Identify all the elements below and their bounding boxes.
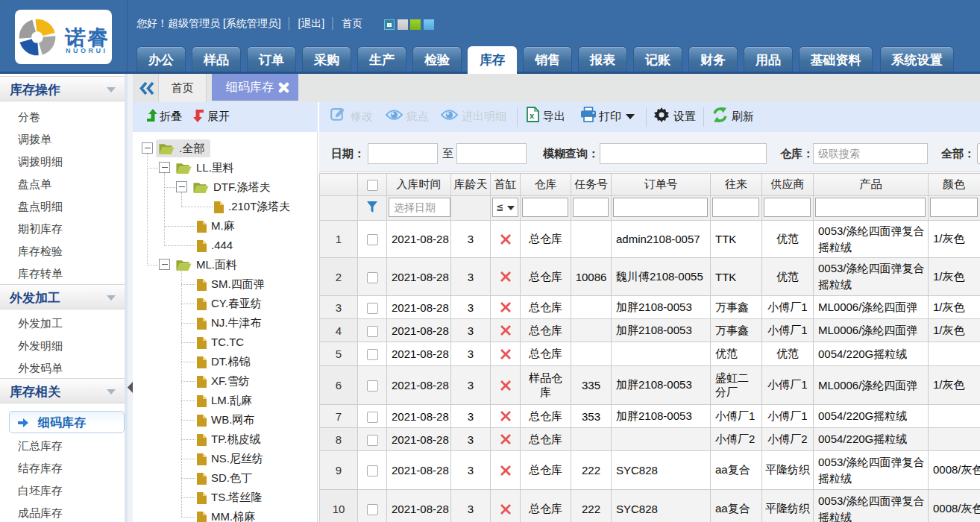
svg-text:x: x: [530, 111, 535, 120]
